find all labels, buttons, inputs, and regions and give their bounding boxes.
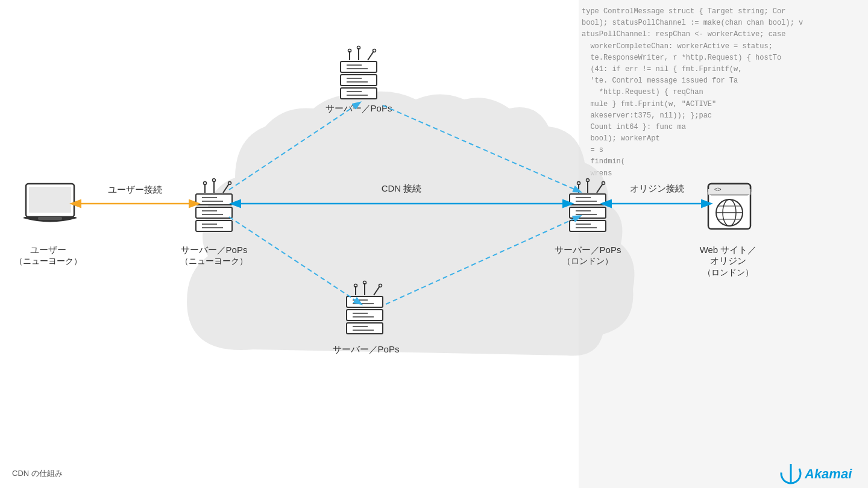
user-connection-label: ユーザー接続 bbox=[108, 184, 162, 195]
svg-point-16 bbox=[204, 182, 207, 185]
svg-rect-42 bbox=[347, 323, 383, 334]
server-london-label-line1: サーバー／PoPs bbox=[555, 245, 621, 255]
website-label-line3: （ロンドン） bbox=[703, 267, 753, 277]
user-icon bbox=[23, 184, 77, 222]
svg-rect-36 bbox=[347, 296, 383, 307]
svg-rect-6 bbox=[341, 61, 377, 72]
svg-rect-51 bbox=[570, 194, 606, 205]
svg-rect-12 bbox=[341, 88, 377, 99]
svg-rect-24 bbox=[196, 207, 232, 218]
server-ny-label-line1: サーバー／PoPs bbox=[181, 245, 248, 255]
akamai-logo: Akamai bbox=[778, 460, 852, 487]
svg-rect-61 bbox=[29, 187, 71, 213]
diagram: サーバー／PoPs サーバー／PoPs （ニューヨーク） bbox=[0, 0, 868, 488]
svg-rect-62 bbox=[38, 217, 62, 220]
svg-rect-21 bbox=[196, 194, 232, 205]
website-label-line2: オリジン bbox=[710, 255, 746, 266]
svg-rect-39 bbox=[347, 310, 383, 321]
svg-rect-54 bbox=[570, 207, 606, 218]
svg-point-5 bbox=[357, 46, 360, 49]
caption: CDN の仕組み bbox=[12, 469, 63, 478]
svg-rect-27 bbox=[196, 221, 232, 231]
svg-line-2 bbox=[368, 51, 374, 60]
svg-point-20 bbox=[213, 179, 216, 182]
svg-text:Akamai: Akamai bbox=[804, 466, 852, 481]
svg-text:<>: <> bbox=[714, 186, 722, 193]
website-icon: <> bbox=[708, 184, 750, 229]
svg-point-1 bbox=[348, 49, 351, 52]
server-bottom-label: サーバー／PoPs bbox=[333, 344, 400, 354]
svg-rect-9 bbox=[341, 75, 377, 86]
server-top-icon bbox=[341, 46, 377, 99]
server-ny-icon bbox=[196, 179, 232, 232]
cdn-connection-label: CDN 接続 bbox=[382, 183, 422, 193]
svg-point-3 bbox=[373, 49, 376, 52]
user-label-line2: （ニューヨーク） bbox=[14, 256, 82, 266]
website-label-line1: Web サイト／ bbox=[700, 245, 757, 255]
origin-connection-label: オリジン接続 bbox=[630, 183, 684, 193]
user-label-line1: ユーザー bbox=[30, 245, 66, 255]
svg-rect-57 bbox=[570, 221, 606, 231]
cloud-shape bbox=[187, 92, 635, 356]
server-ny-label-line2: （ニューヨーク） bbox=[180, 256, 248, 266]
server-london-label-line2: （ロンドン） bbox=[562, 256, 613, 266]
server-top-label: サーバー／PoPs bbox=[326, 103, 392, 113]
